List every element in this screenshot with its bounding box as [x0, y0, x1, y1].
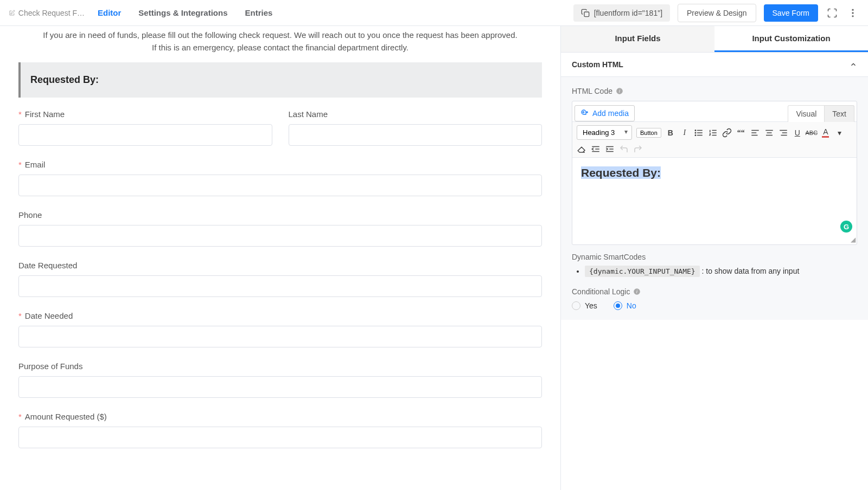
- bold-button[interactable]: B: [666, 128, 675, 138]
- amount-label: *Amount Requested ($): [18, 412, 542, 421]
- svg-text:i: i: [637, 289, 638, 294]
- sidebar: Input Fields Input Customization Custom …: [560, 26, 868, 490]
- radio-no[interactable]: No: [614, 301, 636, 310]
- amount-input[interactable]: [18, 427, 542, 448]
- field-first-name[interactable]: *First Name: [18, 109, 272, 146]
- bullet-list-button[interactable]: [694, 128, 704, 138]
- outdent-button[interactable]: [591, 144, 601, 154]
- redo-button[interactable]: [633, 144, 643, 154]
- date-requested-input[interactable]: [18, 275, 542, 297]
- radio-yes[interactable]: Yes: [572, 301, 597, 310]
- section-header[interactable]: Requested By:: [18, 62, 542, 98]
- smartcodes-list: {dynamic.YOUR_INPUT_NAME} : to show data…: [572, 267, 857, 275]
- smartcode-code: {dynamic.YOUR_INPUT_NAME}: [585, 266, 700, 277]
- form-canvas: If you are in need of funds, please fill…: [0, 26, 560, 490]
- nav-tabs: Editor Settings & Integrations Entries: [98, 8, 272, 17]
- resize-handle[interactable]: ◢: [851, 236, 856, 243]
- main: If you are in need of funds, please fill…: [0, 26, 868, 490]
- svg-point-10: [695, 130, 696, 131]
- field-last-name[interactable]: Last Name: [289, 109, 542, 146]
- align-right-button[interactable]: [778, 128, 788, 138]
- rte-tab-text[interactable]: Text: [825, 105, 854, 122]
- field-date-requested[interactable]: Date Requested: [18, 261, 542, 297]
- purpose-label: Purpose of Funds: [18, 362, 542, 371]
- rte-toolbar: Heading 3 Button B I ““: [572, 121, 857, 158]
- info-icon[interactable]: i: [633, 288, 641, 295]
- last-name-label: Last Name: [289, 109, 542, 119]
- align-left-button[interactable]: [750, 128, 760, 138]
- format-select-wrap[interactable]: Heading 3: [577, 125, 632, 140]
- strikethrough-button[interactable]: ABC: [807, 128, 816, 138]
- svg-point-3: [852, 15, 853, 17]
- smartcode-item: {dynamic.YOUR_INPUT_NAME} : to show data…: [585, 267, 857, 275]
- grammarly-icon[interactable]: G: [840, 221, 852, 233]
- tab-input-customization[interactable]: Input Customization: [714, 26, 868, 52]
- tab-entries[interactable]: Entries: [245, 8, 273, 17]
- preview-design-button[interactable]: Preview & Design: [678, 4, 756, 22]
- text-color-dropdown[interactable]: ▾: [835, 128, 845, 138]
- rte-tab-visual[interactable]: Visual: [788, 105, 825, 122]
- rte-top-row: Add media Visual Text: [572, 101, 857, 121]
- first-name-input[interactable]: [18, 124, 272, 146]
- email-input[interactable]: [18, 175, 542, 196]
- italic-button[interactable]: I: [680, 128, 690, 138]
- phone-label: Phone: [18, 210, 542, 220]
- rte-content-area[interactable]: Requested By: G ◢: [572, 158, 857, 244]
- more-menu-button[interactable]: [846, 7, 859, 20]
- required-asterisk: *: [18, 412, 22, 421]
- align-center-icon: [764, 128, 774, 138]
- align-center-button[interactable]: [764, 128, 774, 138]
- svg-point-12: [695, 134, 696, 136]
- rte-heading: Requested By:: [581, 166, 661, 179]
- pen-icon: [9, 9, 15, 17]
- form-title-text: Check Request F…: [18, 9, 85, 17]
- redo-icon: [633, 144, 643, 154]
- last-name-input[interactable]: [289, 124, 542, 146]
- info-icon[interactable]: i: [616, 87, 623, 95]
- date-requested-label: Date Requested: [18, 261, 542, 270]
- underline-button[interactable]: U: [793, 128, 802, 138]
- shortcode-box[interactable]: [fluentform id="181"]: [573, 4, 670, 22]
- first-name-label: *First Name: [18, 109, 272, 119]
- date-needed-row: *Date Needed: [18, 311, 542, 347]
- field-date-needed[interactable]: *Date Needed: [18, 311, 542, 347]
- tab-input-fields[interactable]: Input Fields: [561, 26, 714, 52]
- tab-settings[interactable]: Settings & Integrations: [138, 8, 227, 17]
- radio-no-input[interactable]: [614, 301, 622, 310]
- radio-yes-input[interactable]: [572, 301, 580, 310]
- required-asterisk: *: [18, 311, 22, 320]
- conditional-radio-group: Yes No: [572, 301, 857, 310]
- clear-format-button[interactable]: [577, 144, 586, 154]
- indent-button[interactable]: [605, 144, 615, 154]
- rte-editor: Add media Visual Text Heading 3 Button B: [572, 101, 857, 245]
- topbar-right: [fluentform id="181"] Preview & Design S…: [573, 4, 859, 22]
- outdent-icon: [591, 144, 601, 154]
- rte-mode-tabs: Visual Text: [788, 105, 854, 121]
- conditional-logic-section: Conditional Logic i Yes No: [572, 287, 857, 310]
- number-list-button[interactable]: [708, 128, 718, 138]
- blockquote-button[interactable]: ““: [736, 128, 746, 138]
- sidebar-tabs: Input Fields Input Customization: [561, 26, 868, 53]
- date-needed-input[interactable]: [18, 326, 542, 347]
- format-select[interactable]: Heading 3: [577, 125, 632, 140]
- field-email[interactable]: *Email: [18, 160, 542, 196]
- button-tag[interactable]: Button: [636, 128, 661, 138]
- purpose-input[interactable]: [18, 376, 542, 398]
- tab-editor[interactable]: Editor: [98, 8, 121, 17]
- phone-input[interactable]: [18, 225, 542, 247]
- custom-html-panel-header[interactable]: Custom HTML: [561, 53, 868, 77]
- email-row: *Email: [18, 160, 542, 196]
- field-purpose[interactable]: Purpose of Funds: [18, 362, 542, 398]
- add-media-button[interactable]: Add media: [575, 105, 635, 121]
- smartcode-desc: : to show data from any input: [700, 267, 800, 275]
- fullscreen-button[interactable]: [826, 7, 839, 20]
- text-color-button[interactable]: A: [821, 128, 831, 138]
- form-title[interactable]: Check Request F…: [9, 9, 85, 17]
- link-button[interactable]: [722, 128, 732, 138]
- field-amount[interactable]: *Amount Requested ($): [18, 412, 542, 448]
- save-form-button[interactable]: Save Form: [764, 4, 818, 22]
- svg-point-11: [695, 132, 696, 133]
- date-needed-label: *Date Needed: [18, 311, 542, 320]
- undo-button[interactable]: [619, 144, 629, 154]
- field-phone[interactable]: Phone: [18, 210, 542, 247]
